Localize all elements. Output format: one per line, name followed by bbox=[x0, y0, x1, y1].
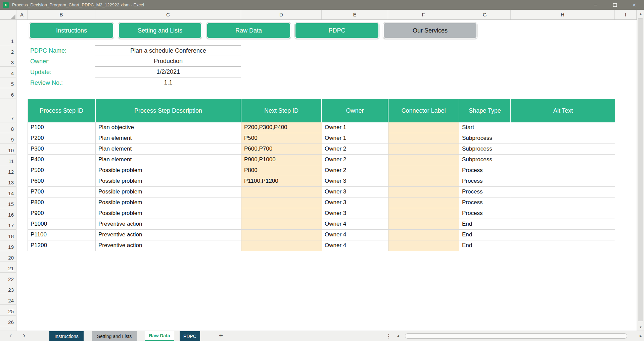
cell-B11[interactable]: P400 bbox=[28, 155, 96, 165]
table-header-process-step-id[interactable]: Process Step ID bbox=[28, 99, 96, 122]
cell-F18[interactable] bbox=[388, 230, 459, 240]
cell-G18[interactable]: End bbox=[459, 230, 511, 240]
horizontal-scroll-thumb[interactable] bbox=[405, 333, 627, 339]
cell-F8[interactable] bbox=[388, 122, 459, 133]
row-header-17[interactable]: 17 bbox=[0, 219, 16, 230]
title-bar[interactable]: X Process_Decision_Program_Chart_PDPC_M2… bbox=[0, 0, 644, 10]
cell-E17[interactable]: Owner 4 bbox=[322, 219, 388, 230]
cell-F13[interactable] bbox=[388, 176, 459, 187]
cell-H17[interactable] bbox=[511, 219, 615, 230]
row-header-16[interactable]: 16 bbox=[0, 208, 16, 219]
row-header-24[interactable]: 24 bbox=[0, 294, 16, 305]
cell-B14[interactable]: P700 bbox=[28, 187, 96, 197]
cell-C15[interactable]: Possible problem bbox=[96, 197, 241, 208]
row-header-22[interactable]: 22 bbox=[0, 273, 16, 283]
cell-G11[interactable]: Subprocess bbox=[459, 155, 511, 165]
sheet-tab-raw-data[interactable]: Raw Data bbox=[145, 331, 174, 341]
cell-F15[interactable] bbox=[388, 197, 459, 208]
cell-G8[interactable]: Start bbox=[459, 122, 511, 133]
row-header-18[interactable]: 18 bbox=[0, 230, 16, 240]
sheet-tab-setting-and-lists[interactable]: Setting and Lists bbox=[92, 331, 137, 341]
column-header-E[interactable]: E bbox=[322, 10, 388, 19]
column-header-D[interactable]: D bbox=[241, 10, 322, 19]
cell-B17[interactable]: P1000 bbox=[28, 219, 96, 230]
cell-E12[interactable]: Owner 2 bbox=[322, 165, 388, 176]
column-header-I[interactable]: I bbox=[615, 10, 637, 19]
cell-H8[interactable] bbox=[511, 122, 615, 133]
row-header-10[interactable]: 10 bbox=[0, 144, 16, 155]
column-header-A[interactable]: A bbox=[16, 10, 28, 19]
cell-D11[interactable]: P900,P1000 bbox=[241, 155, 322, 165]
row-header-6[interactable]: 6 bbox=[0, 88, 16, 99]
sheet-tab-instructions[interactable]: Instructions bbox=[49, 331, 84, 341]
cell-H10[interactable] bbox=[511, 144, 615, 155]
cell-D12[interactable]: P800 bbox=[241, 165, 322, 176]
row-header-21[interactable]: 21 bbox=[0, 262, 16, 273]
cell-H18[interactable] bbox=[511, 230, 615, 240]
cell-C18[interactable]: Preventive action bbox=[96, 230, 241, 240]
cell-F12[interactable] bbox=[388, 165, 459, 176]
cell-E8[interactable]: Owner 1 bbox=[322, 122, 388, 133]
form-value-review-no[interactable]: 1.1 bbox=[95, 77, 241, 88]
row-header-11[interactable]: 11 bbox=[0, 155, 16, 165]
minimize-button[interactable] bbox=[586, 0, 605, 10]
cell-F9[interactable] bbox=[388, 133, 459, 144]
cell-F19[interactable] bbox=[388, 240, 459, 251]
scroll-up-icon[interactable]: ▲ bbox=[637, 12, 644, 15]
cell-B15[interactable]: P800 bbox=[28, 197, 96, 208]
cell-C17[interactable]: Preventive action bbox=[96, 219, 241, 230]
cell-H13[interactable] bbox=[511, 176, 615, 187]
cell-F14[interactable] bbox=[388, 187, 459, 197]
cell-B13[interactable]: P600 bbox=[28, 176, 96, 187]
sheet-tab-pdpc[interactable]: PDPC bbox=[180, 331, 200, 341]
cell-B9[interactable]: P200 bbox=[28, 133, 96, 144]
cell-D13[interactable]: P1100,P1200 bbox=[241, 176, 322, 187]
form-value-owner[interactable]: Production bbox=[95, 56, 241, 67]
cell-G9[interactable]: Subprocess bbox=[459, 133, 511, 144]
cell-D17[interactable] bbox=[241, 219, 322, 230]
row-header-15[interactable]: 15 bbox=[0, 197, 16, 208]
hscroll-right-icon[interactable]: ▶ bbox=[640, 331, 642, 341]
row-header-1[interactable]: 1 bbox=[0, 20, 16, 45]
cell-E18[interactable]: Owner 4 bbox=[322, 230, 388, 240]
cell-H14[interactable] bbox=[511, 187, 615, 197]
cell-C13[interactable]: Possible problem bbox=[96, 176, 241, 187]
row-header-7[interactable]: 7 bbox=[0, 99, 16, 122]
cell-C12[interactable]: Possible problem bbox=[96, 165, 241, 176]
maximize-button[interactable] bbox=[605, 0, 625, 10]
cell-B10[interactable]: P300 bbox=[28, 144, 96, 155]
cell-E15[interactable]: Owner 3 bbox=[322, 197, 388, 208]
cell-H15[interactable] bbox=[511, 197, 615, 208]
cell-E9[interactable]: Owner 1 bbox=[322, 133, 388, 144]
cell-C11[interactable]: Plan element bbox=[96, 155, 241, 165]
row-header-4[interactable]: 4 bbox=[0, 67, 16, 77]
cell-D8[interactable]: P200,P300,P400 bbox=[241, 122, 322, 133]
form-value-pdpc-name[interactable]: Plan a schedule Conference bbox=[95, 45, 241, 56]
cell-B12[interactable]: P500 bbox=[28, 165, 96, 176]
cell-B16[interactable]: P900 bbox=[28, 208, 96, 219]
table-header-shape-type[interactable]: Shape Type bbox=[459, 99, 511, 122]
row-header-3[interactable]: 3 bbox=[0, 56, 16, 67]
cell-G19[interactable]: End bbox=[459, 240, 511, 251]
cell-E10[interactable]: Owner 2 bbox=[322, 144, 388, 155]
vertical-scrollbar[interactable]: ▲ ▼ bbox=[637, 10, 644, 331]
cell-F17[interactable] bbox=[388, 219, 459, 230]
row-header-14[interactable]: 14 bbox=[0, 187, 16, 197]
cell-B18[interactable]: P1100 bbox=[28, 230, 96, 240]
cell-E13[interactable]: Owner 3 bbox=[322, 176, 388, 187]
row-header-20[interactable]: 20 bbox=[0, 251, 16, 262]
table-header-owner[interactable]: Owner bbox=[322, 99, 388, 122]
vertical-scroll-thumb[interactable] bbox=[638, 18, 643, 321]
cell-H11[interactable] bbox=[511, 155, 615, 165]
cell-G10[interactable]: Subprocess bbox=[459, 144, 511, 155]
cell-C9[interactable]: Plan element bbox=[96, 133, 241, 144]
cell-F11[interactable] bbox=[388, 155, 459, 165]
add-sheet-button[interactable]: + bbox=[219, 331, 223, 341]
cell-D14[interactable] bbox=[241, 187, 322, 197]
select-all-corner[interactable] bbox=[0, 10, 16, 19]
column-header-G[interactable]: G bbox=[459, 10, 511, 19]
row-header-13[interactable]: 13 bbox=[0, 176, 16, 187]
cell-B8[interactable]: P100 bbox=[28, 122, 96, 133]
cell-D9[interactable]: P500 bbox=[241, 133, 322, 144]
cell-G17[interactable]: End bbox=[459, 219, 511, 230]
